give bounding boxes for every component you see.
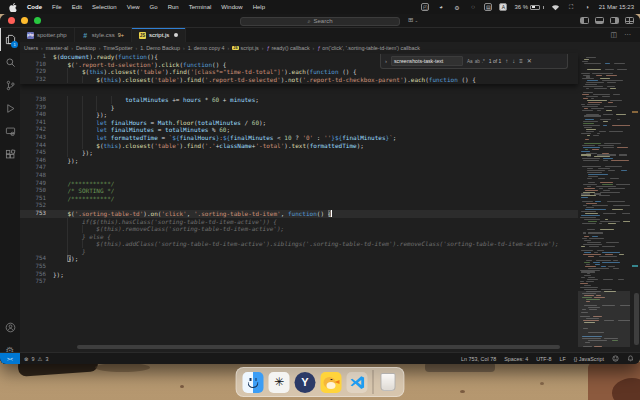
tray-app-icon-2[interactable]: ◕: [436, 3, 445, 12]
code-line-740[interactable]: 740 });: [20, 111, 578, 119]
code-line-744[interactable]: 744 $(this).closest('table').find('.'+cl…: [20, 142, 578, 150]
customize-layout-icon[interactable]: [625, 17, 634, 24]
code-line-745[interactable]: 745 });: [20, 149, 578, 157]
tab-style.css[interactable]: #style.css9+: [75, 28, 132, 42]
remote-explorer-icon[interactable]: [0, 120, 20, 143]
cursor-position-indicator[interactable]: Ln 753, Col 78: [461, 356, 496, 362]
code-line-738[interactable]: 738 totalMinutes += hours * 60 + minutes…: [20, 96, 578, 104]
wifi-icon[interactable]: [551, 4, 560, 11]
toggle-secondary-sidebar-icon[interactable]: [610, 17, 619, 24]
ghost-code-line[interactable]: if($(this).hasClass('sorting-table-td-it…: [20, 218, 578, 226]
toggle-panel-icon[interactable]: [595, 17, 604, 24]
menu-item-code[interactable]: Code: [27, 4, 42, 10]
apple-menu-icon[interactable]: [9, 3, 17, 12]
language-indicator[interactable]: {} JavaScript: [574, 356, 604, 362]
breadcrumb-item[interactable]: 1. demo copy 4: [188, 45, 225, 51]
dock-yandex-icon[interactable]: Y: [295, 372, 316, 393]
code-line-750[interactable]: 750 /* SORTING */: [20, 187, 578, 195]
dock-chatgpt-icon[interactable]: ✳: [269, 372, 290, 393]
regex-icon[interactable]: .*: [482, 59, 485, 64]
code-line-748[interactable]: 748: [20, 172, 578, 180]
find-next-icon[interactable]: ↓: [512, 58, 515, 64]
code-line-756[interactable]: 756});: [20, 271, 578, 279]
zoom-window-button[interactable]: [34, 17, 41, 24]
menu-item-selection[interactable]: Selection: [92, 4, 117, 10]
menu-item-go[interactable]: Go: [150, 4, 158, 10]
more-actions-icon[interactable]: ⋯: [624, 31, 631, 39]
dock-vscode-icon[interactable]: [347, 372, 368, 393]
find-close-icon[interactable]: ✕: [527, 58, 532, 64]
indentation-indicator[interactable]: Spaces: 4: [504, 356, 528, 362]
menu-item-help[interactable]: Help: [253, 4, 265, 10]
breadcrumb-item[interactable]: ƒon('click', '.sorting-table-td-item') c…: [317, 45, 420, 51]
tray-app-icon-3[interactable]: ⚙: [452, 3, 461, 12]
breadcrumb-item[interactable]: TimeSpotter: [103, 45, 132, 51]
code-line-739[interactable]: 739 }: [20, 104, 578, 112]
code-line-751[interactable]: 751 /***********/: [20, 195, 578, 203]
feedback-icon[interactable]: [612, 355, 619, 362]
input-source-icon[interactable]: A: [499, 3, 507, 11]
code-line-757[interactable]: 757: [20, 278, 578, 286]
tab-script.js[interactable]: JSscript.js: [132, 28, 186, 42]
extensions-icon[interactable]: [0, 143, 20, 166]
menu-item-terminal[interactable]: Terminal: [189, 4, 212, 10]
code-editor[interactable]: 738 totalMinutes += hours * 60 + minutes…: [20, 53, 640, 349]
breadcrumb-item[interactable]: ƒready() callback: [266, 45, 309, 51]
cloud-sync-icon[interactable]: ⊞: [408, 16, 413, 24]
match-case-icon[interactable]: Aa: [467, 59, 473, 64]
code-line-747[interactable]: 747: [20, 164, 578, 172]
breadcrumb-item[interactable]: Desktop: [76, 45, 96, 51]
code-line-741[interactable]: 741 let finalHours = Math.floor(totalMin…: [20, 119, 578, 127]
siri-icon[interactable]: ◑: [583, 3, 592, 12]
breadcrumb-item[interactable]: 1. Demo Backup: [140, 45, 180, 51]
close-window-button[interactable]: [8, 17, 15, 24]
code-line-749[interactable]: 749 /***********/: [20, 180, 578, 188]
problems-indicator[interactable]: ⊗ 9 ⚠ 3: [20, 356, 48, 362]
menu-item-run[interactable]: Run: [168, 4, 179, 10]
minimap-slider[interactable]: [578, 291, 630, 347]
code-line-732[interactable]: 732 $(this).closest('table').find('.repo…: [20, 76, 578, 84]
run-debug-icon[interactable]: [0, 97, 20, 120]
explorer-icon[interactable]: 1: [0, 28, 20, 51]
menu-item-edit[interactable]: Edit: [72, 4, 82, 10]
horizontal-scrollbar[interactable]: [77, 345, 560, 349]
toggle-sidebar-icon[interactable]: [580, 17, 589, 24]
code-line-742[interactable]: 742 let finalMinutes = totalMinutes % 60…: [20, 126, 578, 134]
search-sidebar-icon[interactable]: [0, 51, 20, 74]
find-in-selection-icon[interactable]: ≡: [519, 58, 523, 64]
source-control-icon[interactable]: [0, 74, 20, 97]
breadcrumb-item[interactable]: JSscript.js: [232, 45, 259, 51]
control-center-icon[interactable]: ⛶: [567, 3, 576, 12]
find-expand-icon[interactable]: ›: [385, 58, 387, 64]
ghost-code-line[interactable]: $(this).addClass('sorting-table-td-item-…: [20, 240, 578, 248]
ghost-code-line[interactable]: }: [20, 248, 578, 256]
command-center-search[interactable]: ⌕ Search: [240, 17, 400, 27]
code-line-729[interactable]: 729 $(this).closest('table').find('[clas…: [20, 68, 578, 76]
dock-finder-icon[interactable]: [243, 372, 264, 393]
code-line-752[interactable]: 752: [20, 202, 578, 210]
breadcrumb-item[interactable]: Users: [24, 45, 38, 51]
split-editor-icon[interactable]: ◫: [610, 31, 617, 39]
code-line-753[interactable]: 753 $('.sorting-table-td').on('click', '…: [20, 210, 578, 218]
menu-item-file[interactable]: File: [52, 4, 62, 10]
editor-scrollbar[interactable]: [630, 53, 640, 349]
ghost-code-line[interactable]: } else {: [20, 233, 578, 241]
code-line-743[interactable]: 743 let formattedTime = `${finalHours}:$…: [20, 134, 578, 142]
menu-item-window[interactable]: Window: [221, 4, 242, 10]
accounts-icon[interactable]: [0, 316, 20, 339]
modified-dot-icon[interactable]: [174, 33, 178, 37]
menu-item-view[interactable]: View: [127, 4, 140, 10]
remote-indicator[interactable]: ><: [0, 353, 20, 364]
battery-indicator[interactable]: 36 %: [514, 4, 543, 10]
eol-indicator[interactable]: LF: [559, 356, 565, 362]
minimap[interactable]: [578, 53, 630, 349]
tray-app-icon-4[interactable]: ◌: [468, 3, 477, 12]
ghost-code-line[interactable]: $(this).removeClass('sorting-table-td-it…: [20, 225, 578, 233]
tray-app-icon-1[interactable]: ◰: [421, 3, 429, 11]
tray-app-icon-5[interactable]: ▤: [484, 3, 492, 11]
code-line-746[interactable]: 746 });: [20, 157, 578, 165]
find-previous-icon[interactable]: ↑: [505, 58, 508, 64]
dock-duck-icon[interactable]: [321, 372, 342, 393]
tab-spotter.php[interactable]: phpspotter.php: [20, 28, 75, 42]
minimize-window-button[interactable]: [21, 17, 28, 24]
